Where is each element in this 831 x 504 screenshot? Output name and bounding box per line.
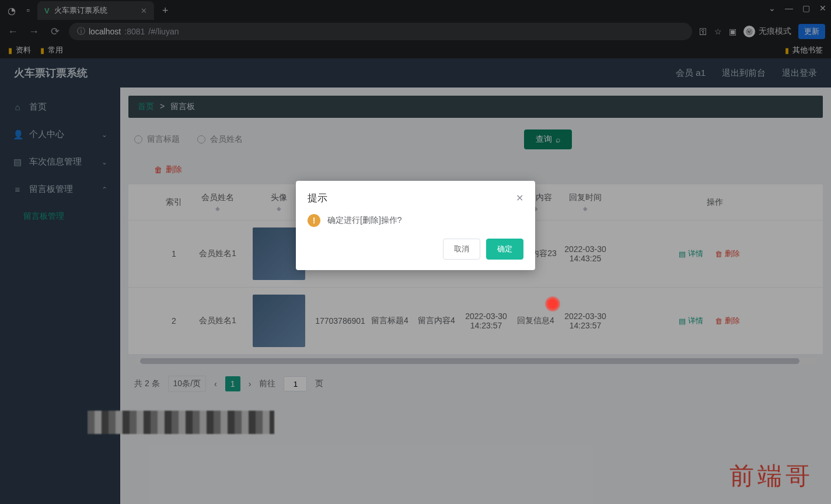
dialog-body: ! 确定进行[删除]操作? <box>308 214 523 227</box>
close-icon[interactable]: ✕ <box>516 192 523 204</box>
dialog-header: 提示 ✕ <box>308 191 523 205</box>
cancel-button[interactable]: 取消 <box>443 239 480 260</box>
confirm-button[interactable]: 确定 <box>486 239 523 260</box>
warning-icon: ! <box>308 214 320 227</box>
confirm-dialog: 提示 ✕ ! 确定进行[删除]操作? 取消 确定 <box>296 181 535 270</box>
dialog-footer: 取消 确定 <box>308 239 523 260</box>
cursor-indicator <box>545 296 560 312</box>
dialog-message: 确定进行[删除]操作? <box>327 215 402 226</box>
dialog-title: 提示 <box>308 191 327 205</box>
modal-overlay[interactable]: 提示 ✕ ! 确定进行[删除]操作? 取消 确定 <box>0 0 831 504</box>
